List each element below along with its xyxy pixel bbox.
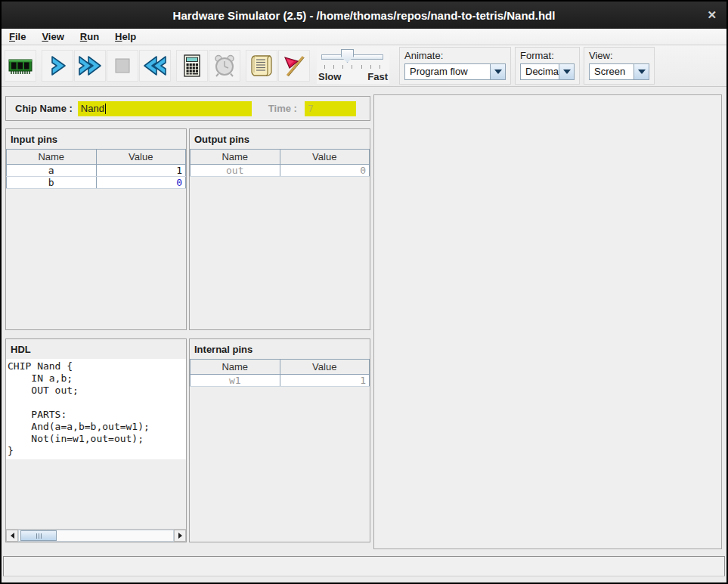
- chevron-down-icon: [638, 70, 646, 74]
- slider-ticks: [324, 65, 380, 69]
- pin-name-b: b: [7, 177, 97, 189]
- internal-pins-table: Name Value w1 1: [190, 359, 370, 387]
- hdl-code-text: CHIP Nand { IN a,b; OUT out; PARTS: And(…: [8, 360, 184, 457]
- slider-thumb[interactable]: [341, 49, 354, 63]
- scrollbar-track[interactable]: [18, 530, 174, 542]
- time-label: Time :: [268, 103, 297, 114]
- table-row: a 1: [7, 165, 186, 177]
- titlebar: Hardware Simulator (2.5) - /home/thomas/…: [2, 2, 726, 29]
- table-row: out 0: [191, 165, 370, 177]
- pin-value-a[interactable]: 1: [96, 165, 186, 177]
- main-content: Chip Name : Nand Time : 7 Input pins: [2, 87, 726, 549]
- chip-header-panel: Chip Name : Nand Time : 7: [5, 96, 370, 121]
- time-field: 7: [305, 101, 356, 116]
- slider-fast-label: Fast: [367, 71, 388, 82]
- animate-group: Animate: Program flow: [399, 47, 511, 85]
- column-header-value: Value: [96, 150, 186, 165]
- view-group: View: Screen: [584, 47, 655, 85]
- arrow-left-icon: [11, 533, 14, 539]
- output-pins-title: Output pins: [190, 129, 370, 149]
- animate-select[interactable]: Program flow: [404, 63, 506, 80]
- hdl-horizontal-scrollbar: [6, 529, 186, 542]
- view-selected-value: Screen: [590, 64, 630, 79]
- eval-button[interactable]: [176, 50, 208, 82]
- input-pins-panel: Input pins Name Value a 1: [5, 128, 187, 330]
- status-message-bar: [3, 556, 725, 576]
- clock-button[interactable]: [209, 50, 240, 82]
- scrollbar-thumb[interactable]: [20, 530, 57, 541]
- stop-button[interactable]: [107, 50, 138, 82]
- double-chevron-left-icon: [141, 52, 169, 79]
- format-dropdown-button[interactable]: [559, 64, 574, 79]
- bottom-row: HDL CHIP Nand { IN a,b; OUT out; PARTS: …: [5, 338, 370, 542]
- hdl-code-area: CHIP Nand { IN a,b; OUT out; PARTS: And(…: [6, 359, 186, 459]
- chip-display-panel: [373, 94, 722, 549]
- scroll-left-button[interactable]: [6, 530, 18, 542]
- menu-view[interactable]: View: [42, 31, 64, 42]
- memory-chip-icon: [7, 52, 34, 79]
- column-header-value: Value: [280, 150, 370, 165]
- pin-name-out: out: [191, 165, 280, 177]
- slider-slow-label: Slow: [318, 71, 341, 82]
- chevron-down-icon: [563, 70, 571, 74]
- format-group: Format: Decimal: [515, 47, 580, 85]
- chevron-down-icon: [494, 70, 502, 74]
- output-pins-table: Name Value out 0: [190, 149, 370, 177]
- format-select[interactable]: Decimal: [520, 63, 575, 80]
- hdl-title: HDL: [6, 339, 186, 359]
- view-label: View:: [589, 50, 649, 61]
- chip-name-value: Nand: [81, 103, 104, 114]
- flag-icon: [280, 52, 308, 79]
- toolbar: Slow Fast Animate: Program flow Format: …: [2, 45, 726, 87]
- column-header-name: Name: [191, 360, 280, 375]
- input-pins-table: Name Value a 1 b 0: [6, 149, 186, 189]
- text-caret: [105, 104, 106, 114]
- menubar: File View Run Help: [2, 29, 726, 45]
- double-chevron-right-icon: [76, 52, 104, 79]
- chevron-right-icon: [44, 52, 71, 79]
- close-icon[interactable]: ✕: [707, 2, 717, 29]
- hdl-filler: [6, 459, 186, 529]
- menu-help[interactable]: Help: [115, 31, 136, 42]
- stop-square-icon: [109, 52, 136, 79]
- format-label: Format:: [520, 50, 575, 61]
- load-script-button[interactable]: [246, 50, 277, 82]
- left-column: Chip Name : Nand Time : 7 Input pins: [5, 94, 370, 549]
- view-dropdown-button[interactable]: [634, 64, 649, 79]
- load-chip-button[interactable]: [5, 50, 36, 82]
- animate-label: Animate:: [404, 50, 506, 61]
- menu-file[interactable]: File: [9, 31, 26, 42]
- table-row: w1 1: [191, 375, 370, 387]
- input-pins-title: Input pins: [6, 129, 186, 149]
- pin-value-b[interactable]: 0: [96, 177, 186, 189]
- view-select[interactable]: Screen: [589, 63, 649, 80]
- table-row: b 0: [7, 177, 186, 189]
- pins-row: Input pins Name Value a 1: [5, 128, 370, 330]
- column-header-value: Value: [280, 360, 370, 375]
- bottom-strip: [2, 576, 726, 583]
- window-title: Hardware Simulator (2.5) - /home/thomas/…: [173, 9, 556, 22]
- time-value: 7: [308, 103, 314, 114]
- chip-name-label: Chip Name :: [15, 103, 73, 114]
- speed-slider: Slow Fast: [317, 48, 389, 84]
- arrow-right-icon: [178, 533, 182, 539]
- pin-name-a: a: [7, 165, 97, 177]
- animate-selected-value: Program flow: [405, 64, 472, 79]
- rewind-button[interactable]: [139, 50, 171, 82]
- breakpoints-button[interactable]: [278, 50, 310, 82]
- app-window: Hardware Simulator (2.5) - /home/thomas/…: [0, 0, 728, 584]
- internal-pins-title: Internal pins: [190, 339, 370, 359]
- scroll-right-button[interactable]: [174, 530, 186, 542]
- format-selected-value: Decimal: [521, 64, 559, 79]
- alarm-clock-icon: [211, 52, 238, 79]
- single-step-button[interactable]: [42, 50, 73, 82]
- animate-dropdown-button[interactable]: [490, 64, 505, 79]
- pin-name-w1: w1: [191, 375, 280, 387]
- pin-value-w1: 1: [280, 375, 370, 387]
- scroll-icon: [248, 52, 275, 79]
- chip-name-field[interactable]: Nand: [78, 101, 252, 116]
- column-header-name: Name: [191, 150, 280, 165]
- pin-value-out: 0: [280, 165, 370, 177]
- run-button[interactable]: [74, 50, 106, 82]
- menu-run[interactable]: Run: [80, 31, 99, 42]
